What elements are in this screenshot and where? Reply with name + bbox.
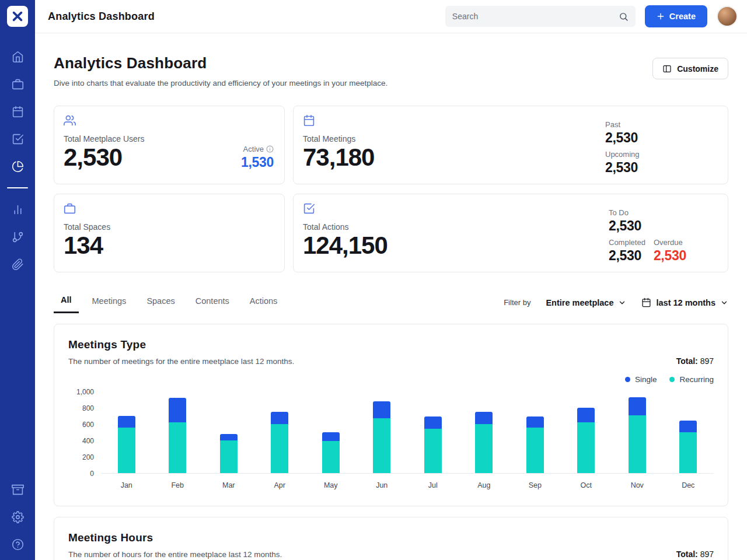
bar-nov[interactable] bbox=[629, 397, 646, 473]
x-axis-label: Mar bbox=[203, 481, 254, 489]
main-content: Analytics Dashboard Dive into charts tha… bbox=[35, 33, 747, 560]
bar-oct[interactable] bbox=[577, 408, 595, 473]
tab-meetings[interactable]: Meetings bbox=[85, 293, 134, 313]
x-axis-label: Feb bbox=[152, 481, 204, 489]
y-tick-label: 200 bbox=[82, 453, 94, 461]
page-title: Analytics Dashboard bbox=[54, 54, 388, 72]
bar-apr[interactable] bbox=[271, 412, 288, 473]
tabs-bar: All Meetings Spaces Contents Actions Fil… bbox=[54, 292, 728, 313]
bar-chart-icon bbox=[12, 204, 24, 216]
card-label: Total Meetplace Users bbox=[64, 134, 275, 144]
active-value: 1,530 bbox=[241, 155, 274, 170]
help-circle-icon bbox=[12, 538, 24, 551]
info-icon[interactable] bbox=[266, 145, 274, 153]
paperclip-icon bbox=[12, 258, 24, 271]
bar-segment-single bbox=[577, 408, 595, 422]
bar-sep[interactable] bbox=[526, 416, 544, 473]
bar-jul[interactable] bbox=[424, 416, 442, 473]
bar-may[interactable] bbox=[322, 432, 340, 473]
legend-item-recurring[interactable]: Recurring bbox=[669, 375, 714, 384]
bar-jan[interactable] bbox=[118, 416, 135, 473]
overdue-label: Overdue bbox=[654, 238, 690, 247]
sidebar-item-attachments[interactable] bbox=[11, 258, 24, 271]
bar-jun[interactable] bbox=[373, 401, 390, 473]
sidebar-item-analytics[interactable] bbox=[11, 160, 24, 173]
sidebar-bottom bbox=[11, 483, 24, 551]
sidebar-item-reports[interactable] bbox=[11, 203, 24, 216]
bar-feb[interactable] bbox=[169, 398, 186, 473]
y-tick-label: 400 bbox=[82, 437, 94, 445]
sidebar-item-help[interactable] bbox=[11, 538, 24, 551]
bar-mar[interactable] bbox=[220, 434, 238, 473]
layout-icon bbox=[662, 64, 672, 74]
y-axis: 02004006008001,000 bbox=[68, 392, 101, 474]
bar-segment-single bbox=[322, 432, 340, 441]
pie-chart-icon bbox=[12, 160, 24, 173]
x-axis-label: Jan bbox=[101, 481, 152, 489]
plus-icon bbox=[657, 12, 665, 20]
search-box[interactable] bbox=[445, 6, 636, 27]
bar-segment-recurring bbox=[271, 424, 288, 473]
sidebar-item-home[interactable] bbox=[11, 50, 24, 63]
y-tick-label: 1,000 bbox=[76, 388, 94, 396]
bar-segment-recurring bbox=[526, 428, 544, 473]
check-square-icon bbox=[12, 133, 24, 145]
sidebar-item-spaces[interactable] bbox=[11, 78, 24, 90]
legend-item-single[interactable]: Single bbox=[625, 375, 657, 384]
bar-segment-single bbox=[169, 398, 186, 422]
x-axis-label: Dec bbox=[663, 481, 714, 489]
meetplace-filter-dropdown[interactable]: Entire meetplace bbox=[546, 298, 626, 307]
calendar-icon bbox=[12, 106, 24, 118]
chart-title: Meetings Hours bbox=[68, 531, 282, 544]
legend-dot-recurring bbox=[669, 377, 675, 382]
x-axis-label: Jun bbox=[357, 481, 408, 489]
bar-segment-single bbox=[271, 412, 288, 424]
bar-segment-recurring bbox=[475, 424, 493, 473]
meetings-hours-card: Meetings Hours The number of hours for t… bbox=[54, 517, 728, 560]
x-axis-label: Nov bbox=[612, 481, 663, 489]
tab-contents[interactable]: Contents bbox=[189, 293, 236, 313]
sidebar-item-calendar[interactable] bbox=[11, 105, 24, 118]
customize-button[interactable]: Customize bbox=[652, 58, 728, 79]
upcoming-label: Upcoming bbox=[605, 150, 664, 159]
bar-segment-recurring bbox=[679, 432, 697, 473]
completed-label: Completed bbox=[609, 238, 645, 247]
bar-dec[interactable] bbox=[679, 421, 697, 473]
user-avatar[interactable] bbox=[717, 6, 738, 27]
top-header: Analytics Dashboard Create bbox=[35, 0, 747, 33]
search-icon[interactable] bbox=[619, 12, 629, 22]
app-title: Analytics Dashboard bbox=[48, 10, 155, 23]
sidebar-item-settings[interactable] bbox=[11, 510, 24, 523]
active-nav-indicator bbox=[7, 187, 28, 188]
card-total-users: Total Meetplace Users 2,530 Active 1,530 bbox=[54, 106, 285, 184]
bar-segment-single bbox=[629, 397, 646, 415]
bar-aug[interactable] bbox=[475, 412, 493, 473]
todo-label: To Do bbox=[609, 208, 692, 217]
y-tick-label: 600 bbox=[82, 421, 94, 429]
bar-segment-recurring bbox=[577, 422, 595, 473]
bar-segment-single bbox=[220, 434, 238, 440]
search-input[interactable] bbox=[452, 12, 614, 21]
bar-segment-single bbox=[679, 421, 697, 432]
date-range-dropdown[interactable]: last 12 months bbox=[641, 298, 728, 307]
tab-all[interactable]: All bbox=[54, 292, 79, 313]
page-subtitle: Dive into charts that evaluate the produ… bbox=[54, 79, 388, 88]
create-button[interactable]: Create bbox=[645, 5, 707, 27]
legend-label: Single bbox=[635, 375, 657, 384]
chart-subtitle: The number of meetings for the entire me… bbox=[68, 357, 294, 366]
sidebar-item-tasks[interactable] bbox=[11, 132, 24, 145]
create-button-label: Create bbox=[669, 12, 696, 21]
sidebar-item-flows[interactable] bbox=[11, 230, 24, 243]
completed-value: 2,530 bbox=[609, 248, 645, 264]
tab-actions[interactable]: Actions bbox=[243, 293, 285, 313]
briefcase-icon bbox=[12, 78, 24, 90]
tab-spaces[interactable]: Spaces bbox=[139, 293, 181, 313]
check-square-icon bbox=[303, 202, 315, 215]
calendar-icon bbox=[641, 298, 651, 307]
sidebar-item-archive[interactable] bbox=[11, 483, 24, 496]
archive-icon bbox=[12, 484, 24, 496]
gear-icon bbox=[12, 511, 24, 523]
app-logo[interactable] bbox=[7, 6, 28, 27]
bar-segment-recurring bbox=[169, 422, 186, 473]
overdue-value: 2,530 bbox=[654, 248, 690, 264]
